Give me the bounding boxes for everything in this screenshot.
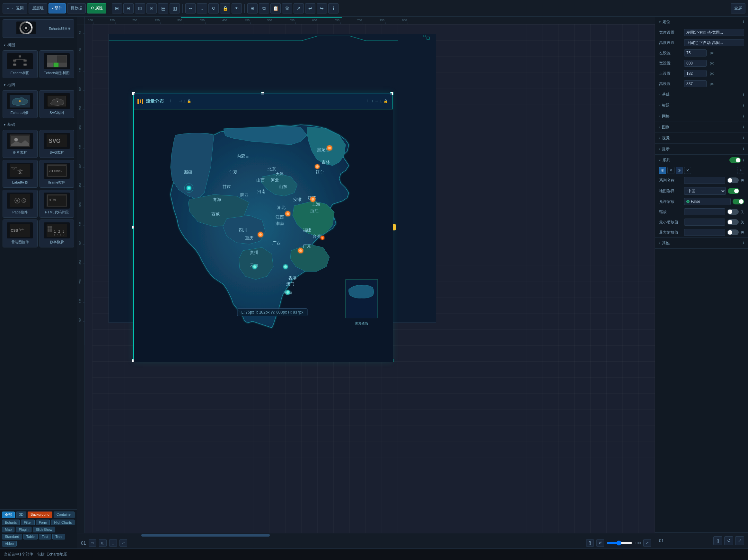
canvas-frame[interactable]: 流量分布 ⊢ ⊤ ⊣ ⊥ 🔒 ⊢ ⊤ ⊣ ⊥ 🔒 <box>109 34 436 323</box>
map-widget[interactable]: 流量分布 ⊢ ⊤ ⊣ ⊥ 🔒 ⊢ ⊤ ⊣ ⊥ 🔒 <box>133 93 393 361</box>
fullscreen-btn[interactable]: ⤢ <box>735 536 744 545</box>
series-section-header[interactable]: ▾ 系列 ℹ <box>655 155 748 166</box>
max-zoom-input[interactable] <box>684 229 725 236</box>
zoom-toggle[interactable] <box>727 209 739 215</box>
comp-svg-material[interactable]: SVG SVG素材 <box>40 130 74 158</box>
left-input[interactable] <box>684 49 706 56</box>
copy-btn[interactable]: ⧉ <box>259 3 269 14</box>
layers-button[interactable]: 层层组 <box>29 3 47 14</box>
top-input[interactable] <box>684 70 706 77</box>
visual-section-header[interactable]: › 视觉 ℹ <box>655 133 748 143</box>
delete-btn[interactable]: 🗑 <box>282 3 292 14</box>
redo-btn[interactable]: ↪ <box>317 3 327 14</box>
select-icon-btn[interactable]: ▭ <box>89 539 96 547</box>
tag-background[interactable]: Background <box>28 512 52 518</box>
comp-iframe[interactable]: <iFrame> Iframe控件 <box>40 160 74 188</box>
export-btn[interactable]: ↗ <box>294 3 304 14</box>
series-info-icon[interactable]: ℹ <box>743 158 744 162</box>
tag-all[interactable]: 全部 <box>2 512 15 518</box>
height-setting-input[interactable] <box>684 39 744 46</box>
tag-video[interactable]: Video <box>2 541 17 546</box>
tag-table[interactable]: Table <box>23 534 38 539</box>
min-zoom-input[interactable] <box>684 219 725 226</box>
fullscreen-canvas-btn[interactable]: ⤢ <box>119 539 127 547</box>
reset-btn[interactable]: ↺ <box>724 536 733 545</box>
map-select-dropdown[interactable]: 中国 <box>684 187 726 195</box>
paste-btn[interactable]: 📋 <box>271 3 281 14</box>
allow-zoom-toggle[interactable] <box>732 199 744 204</box>
tag-form[interactable]: Form <box>36 519 50 525</box>
comp-echarts-tree[interactable]: Echarts树图 <box>3 50 38 78</box>
section-basic[interactable]: ▾ 基础 <box>3 119 74 129</box>
series-name-input[interactable] <box>684 177 725 184</box>
tag-echarts[interactable]: Echarts <box>2 519 20 525</box>
comp-label[interactable]: TXT 文 Label标签 <box>3 160 38 188</box>
align-top-btn[interactable]: ⊡ <box>146 3 157 14</box>
rotate-btn[interactable]: ↻ <box>208 3 219 14</box>
comp-digit-flip[interactable]: 1 2 3 4 5 6 7 数字翻牌 <box>40 220 74 247</box>
comp-echarts-map[interactable]: Echarts地图 <box>3 90 38 118</box>
tag-filter[interactable]: Filter <box>21 519 34 525</box>
comp-image[interactable]: 图片素材 <box>3 130 38 158</box>
zoom-input[interactable] <box>684 208 725 215</box>
tag-test[interactable]: Test <box>39 534 51 539</box>
grid-section-header[interactable]: › 网格 ℹ <box>655 111 748 122</box>
max-zoom-toggle[interactable] <box>727 229 739 235</box>
code-icon-btn[interactable]: {} <box>586 539 594 547</box>
zoom-slider[interactable] <box>607 540 632 545</box>
tag-tree[interactable]: Tree <box>52 534 65 539</box>
grid-icon-btn[interactable]: ⊟ <box>109 539 117 547</box>
section-map[interactable]: ▾ 地图 <box>3 79 74 89</box>
title-section-header[interactable]: › 标题 ℹ <box>655 100 748 111</box>
comp-sunburst[interactable]: Echarts旭日图 <box>3 19 74 38</box>
series-tab-1[interactable]: ① <box>659 167 666 174</box>
lock-btn[interactable]: 🔒 <box>220 3 230 14</box>
props-button[interactable]: ⚙ 属性 <box>87 3 106 14</box>
comp-svg-map[interactable]: SVG地图 <box>40 90 74 118</box>
series-tab-2[interactable]: ② <box>676 167 683 174</box>
visual-info-icon[interactable]: ℹ <box>743 136 744 140</box>
tag-3d[interactable]: 3D <box>16 512 26 518</box>
other-info-icon[interactable]: ℹ <box>743 241 744 245</box>
info-btn[interactable]: ℹ <box>328 3 338 14</box>
series-tab-1-close[interactable]: ✕ <box>668 167 675 174</box>
other-section-header[interactable]: › 其他 ℹ <box>655 238 748 248</box>
positioning-info-icon[interactable]: ℹ <box>743 20 744 24</box>
group-btn[interactable]: ⊞ <box>247 3 258 14</box>
components-button[interactable]: ▪ 部件 <box>48 3 66 14</box>
title-info-icon[interactable]: ℹ <box>743 103 744 107</box>
tooltip-section-header[interactable]: › 提示 ℹ <box>655 144 748 154</box>
eye-btn[interactable]: 👁 <box>232 3 242 14</box>
tooltip-info-icon[interactable]: ℹ <box>743 147 744 151</box>
tag-plugin[interactable]: Plugin <box>16 527 31 532</box>
series-tab-2-close[interactable]: ✕ <box>684 167 691 174</box>
tag-highcharts[interactable]: HighCharts <box>51 519 74 525</box>
series-toggle[interactable] <box>729 157 741 163</box>
align-right-btn[interactable]: ⊠ <box>135 3 145 14</box>
width-input[interactable] <box>684 60 706 67</box>
tag-container[interactable]: Container <box>54 512 75 518</box>
comp-sprite[interactable]: CSS Sprite 雪碧图控件 <box>3 220 38 247</box>
flip-v-btn[interactable]: ↕ <box>197 3 207 14</box>
tag-slideshow[interactable]: SlideShow <box>33 527 55 532</box>
align-vcenter-btn[interactable]: ▤ <box>158 3 168 14</box>
reset-icon-btn[interactable]: ↺ <box>597 539 604 547</box>
data-button[interactable]: 目数据 <box>67 3 86 14</box>
positioning-header[interactable]: ▾ 定位 ℹ <box>655 17 748 27</box>
series-add-btn[interactable]: + <box>737 167 744 174</box>
width-setting-input[interactable] <box>684 29 744 36</box>
code-btn[interactable]: {} <box>713 536 722 545</box>
section-tree[interactable]: ▾ 树图 <box>3 40 74 49</box>
fullscreen2-btn[interactable]: ⤢ <box>643 539 651 547</box>
height-input[interactable] <box>684 80 706 87</box>
align-left-btn[interactable]: ⊞ <box>112 3 122 14</box>
canvas-viewport[interactable]: 流量分布 ⊢ ⊤ ⊣ ⊥ 🔒 ⊢ ⊤ ⊣ ⊥ 🔒 <box>93 24 655 533</box>
basic-section-header[interactable]: › 基础 ℹ <box>655 89 748 100</box>
legend-section-header[interactable]: › 图例 ℹ <box>655 122 748 132</box>
tag-standard[interactable]: Standard <box>2 534 22 539</box>
series-name-toggle[interactable] <box>727 177 739 183</box>
flip-h-btn[interactable]: ↔ <box>185 3 195 14</box>
undo-btn[interactable]: ↩ <box>305 3 315 14</box>
comp-html-snippet[interactable]: HTML HTML代码片段 <box>40 190 74 218</box>
fullscreen-button[interactable]: 全屏 <box>731 3 745 14</box>
